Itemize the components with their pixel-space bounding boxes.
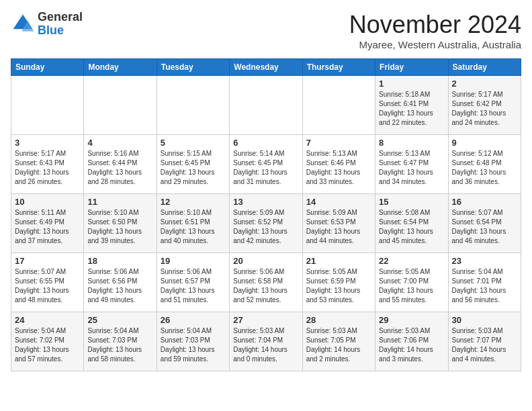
day-info: Sunrise: 5:03 AM Sunset: 7:04 PM Dayligh… bbox=[233, 326, 298, 364]
day-info: Sunrise: 5:13 AM Sunset: 6:46 PM Dayligh… bbox=[306, 149, 371, 187]
day-cell bbox=[230, 76, 302, 135]
day-cell: 29Sunrise: 5:03 AM Sunset: 7:06 PM Dayli… bbox=[375, 312, 448, 371]
day-cell: 26Sunrise: 5:04 AM Sunset: 7:03 PM Dayli… bbox=[157, 312, 229, 371]
week-row-1: 3Sunrise: 5:17 AM Sunset: 6:43 PM Daylig… bbox=[11, 135, 521, 194]
day-cell: 23Sunrise: 5:04 AM Sunset: 7:01 PM Dayli… bbox=[448, 253, 521, 312]
day-cell: 6Sunrise: 5:14 AM Sunset: 6:45 PM Daylig… bbox=[230, 135, 302, 194]
day-number: 6 bbox=[233, 138, 298, 148]
day-number: 11 bbox=[87, 197, 152, 207]
day-info: Sunrise: 5:07 AM Sunset: 6:54 PM Dayligh… bbox=[452, 208, 517, 246]
day-number: 8 bbox=[379, 138, 444, 148]
month-title: November 2024 bbox=[349, 11, 521, 39]
day-cell: 12Sunrise: 5:10 AM Sunset: 6:51 PM Dayli… bbox=[157, 194, 229, 253]
day-cell bbox=[84, 76, 157, 135]
day-number: 5 bbox=[161, 138, 226, 148]
day-number: 21 bbox=[306, 256, 371, 266]
day-info: Sunrise: 5:04 AM Sunset: 7:01 PM Dayligh… bbox=[452, 267, 517, 305]
day-cell: 14Sunrise: 5:09 AM Sunset: 6:53 PM Dayli… bbox=[302, 194, 375, 253]
day-info: Sunrise: 5:06 AM Sunset: 6:56 PM Dayligh… bbox=[87, 267, 152, 305]
day-cell: 11Sunrise: 5:10 AM Sunset: 6:50 PM Dayli… bbox=[84, 194, 157, 253]
day-info: Sunrise: 5:05 AM Sunset: 6:59 PM Dayligh… bbox=[306, 267, 371, 305]
day-cell: 16Sunrise: 5:07 AM Sunset: 6:54 PM Dayli… bbox=[448, 194, 521, 253]
page-header: General Blue November 2024 Myaree, Weste… bbox=[11, 11, 521, 50]
day-number: 27 bbox=[233, 315, 298, 325]
day-cell: 19Sunrise: 5:06 AM Sunset: 6:57 PM Dayli… bbox=[157, 253, 229, 312]
day-info: Sunrise: 5:03 AM Sunset: 7:06 PM Dayligh… bbox=[379, 326, 444, 364]
day-cell: 9Sunrise: 5:12 AM Sunset: 6:48 PM Daylig… bbox=[448, 135, 521, 194]
day-info: Sunrise: 5:11 AM Sunset: 6:49 PM Dayligh… bbox=[15, 208, 80, 246]
day-info: Sunrise: 5:08 AM Sunset: 6:54 PM Dayligh… bbox=[379, 208, 444, 246]
day-number: 14 bbox=[306, 197, 371, 207]
day-info: Sunrise: 5:09 AM Sunset: 6:52 PM Dayligh… bbox=[233, 208, 298, 246]
header-friday: Friday bbox=[375, 59, 448, 76]
header-sunday: Sunday bbox=[11, 59, 84, 76]
day-number: 18 bbox=[87, 256, 152, 266]
day-info: Sunrise: 5:10 AM Sunset: 6:50 PM Dayligh… bbox=[87, 208, 152, 246]
day-number: 30 bbox=[452, 315, 517, 325]
week-row-2: 10Sunrise: 5:11 AM Sunset: 6:49 PM Dayli… bbox=[11, 194, 521, 253]
day-info: Sunrise: 5:10 AM Sunset: 6:51 PM Dayligh… bbox=[161, 208, 226, 246]
day-info: Sunrise: 5:06 AM Sunset: 6:57 PM Dayligh… bbox=[161, 267, 226, 305]
day-cell bbox=[302, 76, 375, 135]
day-number: 25 bbox=[87, 315, 152, 325]
day-number: 12 bbox=[161, 197, 226, 207]
header-saturday: Saturday bbox=[448, 59, 521, 76]
calendar-table: SundayMondayTuesdayWednesdayThursdayFrid… bbox=[11, 58, 521, 371]
day-number: 13 bbox=[233, 197, 298, 207]
location: Myaree, Western Australia, Australia bbox=[349, 39, 521, 50]
day-number: 2 bbox=[452, 79, 517, 89]
day-cell: 13Sunrise: 5:09 AM Sunset: 6:52 PM Dayli… bbox=[230, 194, 302, 253]
day-cell: 22Sunrise: 5:05 AM Sunset: 7:00 PM Dayli… bbox=[375, 253, 448, 312]
day-number: 10 bbox=[15, 197, 80, 207]
day-number: 16 bbox=[452, 197, 517, 207]
day-number: 19 bbox=[161, 256, 226, 266]
day-info: Sunrise: 5:04 AM Sunset: 7:02 PM Dayligh… bbox=[15, 326, 80, 364]
day-number: 7 bbox=[306, 138, 371, 148]
day-info: Sunrise: 5:14 AM Sunset: 6:45 PM Dayligh… bbox=[233, 149, 298, 187]
day-number: 1 bbox=[379, 79, 444, 89]
day-number: 28 bbox=[306, 315, 371, 325]
day-number: 4 bbox=[87, 138, 152, 148]
day-cell bbox=[157, 76, 229, 135]
header-thursday: Thursday bbox=[302, 59, 375, 76]
title-block: November 2024 Myaree, Western Australia,… bbox=[349, 11, 521, 50]
week-row-3: 17Sunrise: 5:07 AM Sunset: 6:55 PM Dayli… bbox=[11, 253, 521, 312]
day-number: 22 bbox=[379, 256, 444, 266]
header-tuesday: Tuesday bbox=[157, 59, 229, 76]
day-info: Sunrise: 5:13 AM Sunset: 6:47 PM Dayligh… bbox=[379, 149, 444, 187]
week-row-4: 24Sunrise: 5:04 AM Sunset: 7:02 PM Dayli… bbox=[11, 312, 521, 371]
day-number: 29 bbox=[379, 315, 444, 325]
day-info: Sunrise: 5:09 AM Sunset: 6:53 PM Dayligh… bbox=[306, 208, 371, 246]
day-info: Sunrise: 5:03 AM Sunset: 7:07 PM Dayligh… bbox=[452, 326, 517, 364]
day-cell: 24Sunrise: 5:04 AM Sunset: 7:02 PM Dayli… bbox=[11, 312, 84, 371]
day-info: Sunrise: 5:03 AM Sunset: 7:05 PM Dayligh… bbox=[306, 326, 371, 364]
week-row-0: 1Sunrise: 5:18 AM Sunset: 6:41 PM Daylig… bbox=[11, 76, 521, 135]
logo-general: General bbox=[38, 10, 83, 24]
day-number: 9 bbox=[452, 138, 517, 148]
day-cell: 10Sunrise: 5:11 AM Sunset: 6:49 PM Dayli… bbox=[11, 194, 84, 253]
day-cell: 15Sunrise: 5:08 AM Sunset: 6:54 PM Dayli… bbox=[375, 194, 448, 253]
logo: General Blue bbox=[11, 11, 83, 38]
day-cell: 27Sunrise: 5:03 AM Sunset: 7:04 PM Dayli… bbox=[230, 312, 302, 371]
day-info: Sunrise: 5:05 AM Sunset: 7:00 PM Dayligh… bbox=[379, 267, 444, 305]
day-number: 15 bbox=[379, 197, 444, 207]
logo-icon bbox=[11, 12, 35, 36]
day-info: Sunrise: 5:12 AM Sunset: 6:48 PM Dayligh… bbox=[452, 149, 517, 187]
day-number: 20 bbox=[233, 256, 298, 266]
day-number: 24 bbox=[15, 315, 80, 325]
day-info: Sunrise: 5:04 AM Sunset: 7:03 PM Dayligh… bbox=[87, 326, 152, 364]
day-cell: 2Sunrise: 5:17 AM Sunset: 6:42 PM Daylig… bbox=[448, 76, 521, 135]
day-number: 23 bbox=[452, 256, 517, 266]
logo-text: General Blue bbox=[38, 11, 83, 38]
day-info: Sunrise: 5:17 AM Sunset: 6:42 PM Dayligh… bbox=[452, 90, 517, 128]
day-cell: 7Sunrise: 5:13 AM Sunset: 6:46 PM Daylig… bbox=[302, 135, 375, 194]
day-cell: 4Sunrise: 5:16 AM Sunset: 6:44 PM Daylig… bbox=[84, 135, 157, 194]
day-cell: 28Sunrise: 5:03 AM Sunset: 7:05 PM Dayli… bbox=[302, 312, 375, 371]
day-info: Sunrise: 5:07 AM Sunset: 6:55 PM Dayligh… bbox=[15, 267, 80, 305]
day-number: 26 bbox=[161, 315, 226, 325]
day-cell: 8Sunrise: 5:13 AM Sunset: 6:47 PM Daylig… bbox=[375, 135, 448, 194]
day-cell: 30Sunrise: 5:03 AM Sunset: 7:07 PM Dayli… bbox=[448, 312, 521, 371]
calendar-header-row: SundayMondayTuesdayWednesdayThursdayFrid… bbox=[11, 59, 521, 76]
day-cell: 3Sunrise: 5:17 AM Sunset: 6:43 PM Daylig… bbox=[11, 135, 84, 194]
day-info: Sunrise: 5:04 AM Sunset: 7:03 PM Dayligh… bbox=[161, 326, 226, 364]
